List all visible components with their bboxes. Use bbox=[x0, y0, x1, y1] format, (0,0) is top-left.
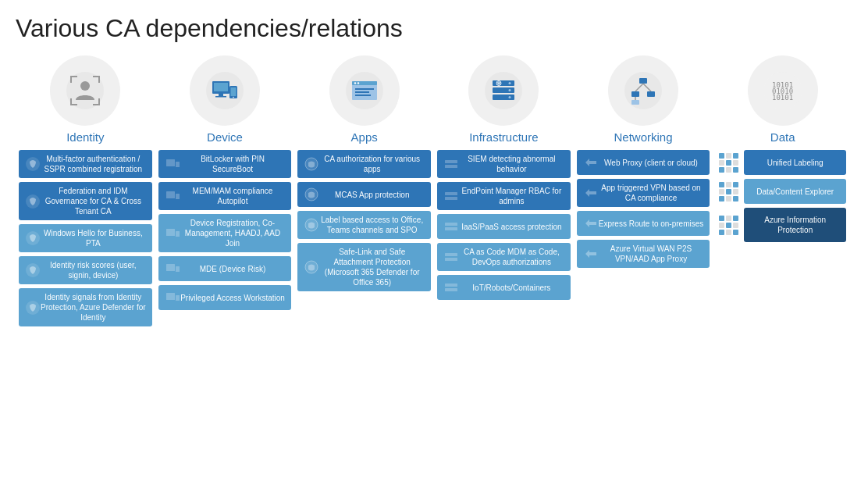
identity-card-4-icon bbox=[25, 300, 41, 316]
svg-rect-55 bbox=[445, 258, 457, 261]
device-card-2-icon bbox=[165, 226, 180, 241]
data-card-1-text: Data/Content Explorer bbox=[750, 187, 840, 197]
infra-card-0: SIEM detecting abnormal behavior bbox=[437, 150, 571, 178]
identity-card-3-text: Identity risk scores (user, signin, devi… bbox=[41, 260, 146, 280]
svg-rect-9 bbox=[214, 83, 228, 91]
svg-rect-51 bbox=[445, 197, 457, 200]
svg-rect-63 bbox=[647, 91, 655, 97]
svg-rect-39 bbox=[493, 87, 514, 93]
svg-rect-32 bbox=[355, 95, 371, 96]
data-binary-block-0: Unified Labeling bbox=[716, 150, 849, 175]
data-card-0: Unified Labeling bbox=[744, 150, 846, 175]
svg-rect-13 bbox=[231, 87, 237, 96]
svg-rect-10 bbox=[219, 94, 223, 96]
net-card-3: Azure Virtual WAN P2S VPN/AAD App Proxy bbox=[577, 240, 710, 268]
svg-rect-23 bbox=[166, 293, 175, 300]
net-card-1-icon bbox=[583, 185, 599, 201]
device-icon bbox=[205, 70, 245, 111]
infrastructure-col-title: Infrastructure bbox=[469, 130, 538, 144]
identity-cards: Multi-factor authentication / SSPR combi… bbox=[16, 150, 155, 326]
apps-card-3: Safe-Link and Safe Attachment Protection… bbox=[297, 243, 431, 291]
svg-rect-19 bbox=[166, 229, 175, 236]
svg-rect-15 bbox=[166, 159, 175, 166]
svg-rect-56 bbox=[445, 284, 457, 287]
data-card-1: Data/Content Explorer bbox=[744, 179, 846, 204]
svg-rect-18 bbox=[176, 194, 180, 199]
apps-card-2: Label based access to Office, Teams chan… bbox=[297, 211, 431, 239]
column-identity: Identity Multi-factor authentication / S… bbox=[16, 55, 155, 326]
svg-rect-38 bbox=[493, 80, 514, 86]
identity-card-4: Identity signals from Identity Protectio… bbox=[19, 288, 152, 326]
infra-card-0-text: SIEM detecting abnormal behavior bbox=[459, 154, 564, 174]
data-col-title: Data bbox=[770, 130, 795, 144]
identity-card-0: Multi-factor authentication / SSPR combi… bbox=[19, 150, 152, 178]
svg-rect-50 bbox=[445, 192, 457, 195]
svg-point-28 bbox=[354, 82, 355, 84]
svg-marker-66 bbox=[585, 159, 596, 166]
svg-text:10101: 10101 bbox=[772, 94, 793, 102]
svg-rect-57 bbox=[445, 288, 457, 291]
svg-rect-40 bbox=[493, 95, 514, 100]
column-device: Device BitLocker with PIN SecureBoot MEM… bbox=[155, 55, 295, 326]
device-card-3: MDE (Device Risk) bbox=[158, 256, 292, 281]
device-cards: BitLocker with PIN SecureBoot MEM/MAM co… bbox=[155, 150, 295, 310]
networking-col-title: Networking bbox=[614, 130, 673, 144]
net-card-0-icon bbox=[583, 155, 599, 170]
device-card-4-text: Privileged Access Workstation bbox=[180, 293, 286, 303]
device-card-0-text: BitLocker with PIN SecureBoot bbox=[180, 154, 286, 174]
svg-rect-22 bbox=[176, 266, 180, 272]
server-icon bbox=[483, 70, 524, 111]
network-icon bbox=[623, 70, 663, 111]
networking-cards: Web Proxy (client or cloud) App triggere… bbox=[574, 150, 713, 268]
apps-card-0-icon bbox=[304, 156, 319, 172]
svg-rect-11 bbox=[215, 96, 226, 98]
svg-rect-62 bbox=[631, 91, 639, 97]
infra-card-3-icon bbox=[443, 249, 459, 265]
identity-card-2: Windows Hello for Business, PTA bbox=[19, 224, 152, 252]
column-apps: Apps CA authorization for various apps M… bbox=[294, 55, 434, 326]
svg-point-14 bbox=[233, 97, 234, 98]
svg-rect-17 bbox=[166, 191, 175, 198]
net-card-2-text: Express Route to on-premises bbox=[599, 219, 704, 229]
svg-marker-68 bbox=[585, 219, 596, 227]
apps-card-0: CA authorization for various apps bbox=[297, 150, 431, 178]
data-card-2: Azure Information Protection bbox=[744, 208, 846, 242]
svg-point-43 bbox=[509, 96, 511, 98]
identity-card-1-text: Federation and IDM Governance for CA & C… bbox=[41, 186, 146, 216]
svg-rect-16 bbox=[176, 162, 180, 167]
apps-icon bbox=[344, 70, 385, 111]
identity-card-2-text: Windows Hello for Business, PTA bbox=[41, 228, 146, 248]
svg-point-41 bbox=[509, 82, 511, 84]
identity-card-2-icon bbox=[25, 230, 41, 246]
data-binary-icon-2 bbox=[719, 216, 738, 235]
svg-marker-69 bbox=[585, 250, 596, 258]
data-card-0-text: Unified Labeling bbox=[750, 158, 840, 168]
device-card-3-icon bbox=[165, 261, 180, 276]
svg-rect-59 bbox=[639, 78, 647, 84]
identity-card-0-text: Multi-factor authentication / SSPR combi… bbox=[41, 154, 146, 174]
net-card-0-text: Web Proxy (client or cloud) bbox=[599, 158, 704, 168]
columns-wrapper: Identity Multi-factor authentication / S… bbox=[16, 55, 852, 326]
svg-rect-20 bbox=[176, 231, 180, 237]
apps-card-1: MCAS App protection bbox=[297, 182, 431, 207]
infrastructure-icon-circle bbox=[468, 55, 539, 126]
apps-card-3-icon bbox=[304, 259, 319, 275]
infra-card-4-icon bbox=[443, 280, 459, 295]
svg-rect-48 bbox=[445, 160, 457, 163]
identity-card-4-text: Identity signals from Identity Protectio… bbox=[41, 292, 146, 323]
svg-rect-24 bbox=[176, 295, 180, 301]
data-cards: Unified Labeling Data/Content Explorer bbox=[713, 150, 852, 242]
svg-rect-30 bbox=[355, 88, 374, 90]
device-card-1: MEM/MAM compliance Autopilot bbox=[158, 182, 292, 210]
identity-card-3-icon bbox=[25, 262, 41, 278]
device-icon-circle bbox=[190, 55, 260, 126]
device-card-1-icon bbox=[165, 188, 180, 204]
svg-rect-53 bbox=[445, 227, 457, 230]
identity-card-0-icon bbox=[25, 156, 41, 172]
net-card-2: Express Route to on-premises bbox=[577, 211, 710, 236]
apps-card-2-text: Label based access to Office, Teams chan… bbox=[319, 215, 425, 235]
identity-card-1-icon bbox=[25, 194, 41, 209]
svg-marker-67 bbox=[585, 189, 596, 197]
identity-icon-circle bbox=[50, 55, 120, 126]
device-card-2: Device Registration, Co-Management, HAAD… bbox=[158, 214, 292, 252]
